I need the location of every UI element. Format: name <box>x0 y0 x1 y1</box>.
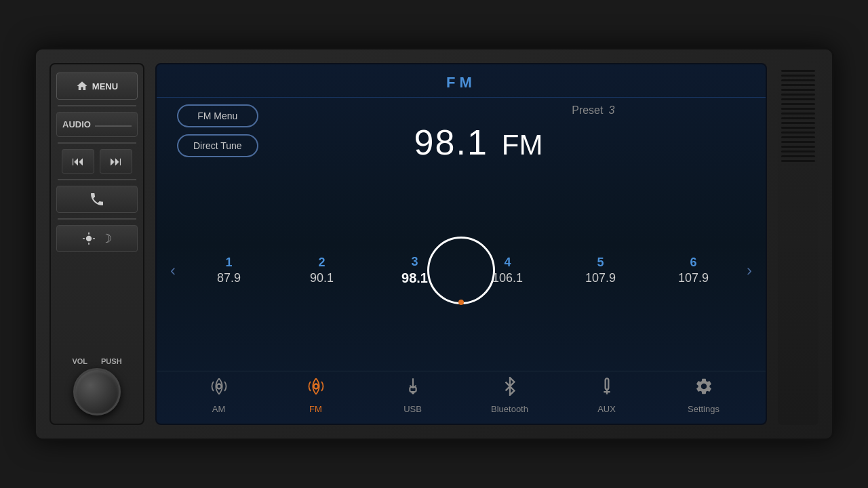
aux-icon <box>597 377 616 401</box>
vol-labels: VOL PUSH <box>72 357 121 365</box>
svg-point-2 <box>411 391 414 394</box>
preset-item-6[interactable]: 6 107.9 <box>667 256 721 285</box>
bottom-nav: AM FM <box>157 371 766 424</box>
separator-3 <box>58 179 136 180</box>
vol-label: VOL <box>72 357 87 365</box>
active-dot <box>458 300 464 305</box>
nav-aux[interactable]: AUX <box>580 377 634 414</box>
preset-item-1[interactable]: 1 87.9 <box>202 256 256 285</box>
display-header: FM <box>157 64 766 98</box>
fm-menu-button[interactable]: FM Menu <box>177 104 258 127</box>
menu-button[interactable]: MENU <box>56 73 138 100</box>
brightness-button[interactable]: ☽ <box>56 225 138 252</box>
usb-icon <box>403 377 422 401</box>
svg-rect-3 <box>605 378 608 389</box>
preset-next-arrow[interactable]: › <box>740 261 759 280</box>
next-button[interactable]: ⏭ <box>100 149 132 174</box>
display-buttons-col: FM Menu Direct Tune <box>177 104 258 163</box>
prev-button[interactable]: ⏮ <box>62 149 94 174</box>
buttons-and-freq-area: FM Menu Direct Tune Preset 3 98.1 FM <box>157 98 766 169</box>
am-icon <box>210 377 229 401</box>
preset-item-3[interactable]: 3 98.1 <box>388 255 442 286</box>
am-label: AM <box>212 404 226 414</box>
aux-label: AUX <box>597 404 616 414</box>
freq-row: 98.1 FM <box>279 122 745 163</box>
bluetooth-icon <box>500 377 519 401</box>
volume-section: VOL PUSH <box>72 357 121 415</box>
frequency-display: 98.1 <box>414 122 488 163</box>
phone-icon <box>89 191 105 207</box>
preset-strip: 1 87.9 2 90.1 3 98.1 4 106.1 5 107.9 <box>182 240 740 301</box>
nav-am[interactable]: AM <box>192 377 246 414</box>
preset-line: Preset 3 <box>279 104 745 117</box>
settings-label: Settings <box>688 404 719 414</box>
right-grille <box>778 63 818 425</box>
bluetooth-label: Bluetooth <box>491 404 528 414</box>
preset-label: Preset <box>572 104 603 117</box>
preset-strip-container: ‹ 1 87.9 2 90.1 3 98.1 <box>157 169 766 371</box>
nav-usb[interactable]: USB <box>386 377 440 414</box>
preset-item-5[interactable]: 5 107.9 <box>574 256 628 285</box>
separator-4 <box>58 218 136 220</box>
push-label: PUSH <box>101 357 122 365</box>
preset-item-2[interactable]: 2 90.1 <box>295 256 349 285</box>
separator-2 <box>58 142 136 144</box>
volume-knob[interactable] <box>73 368 121 415</box>
menu-label: MENU <box>92 81 118 92</box>
car-stereo-unit: MENU AUDIO ⏮ ⏭ ☽ VOL PUSH <box>34 47 834 441</box>
home-icon <box>76 80 88 92</box>
nav-fm[interactable]: FM <box>289 377 343 414</box>
fm-icon <box>307 377 326 401</box>
audio-button[interactable]: AUDIO <box>56 112 138 137</box>
media-controls: ⏮ ⏭ <box>56 149 138 174</box>
settings-icon <box>694 377 713 401</box>
main-display: FM FM Menu Direct Tune Preset 3 98.1 FM … <box>155 63 767 425</box>
separator-1 <box>58 105 136 106</box>
preset-item-4[interactable]: 4 106.1 <box>481 256 535 285</box>
svg-point-1 <box>313 384 318 389</box>
phone-button[interactable] <box>56 186 138 213</box>
left-controls-panel: MENU AUDIO ⏮ ⏭ ☽ VOL PUSH <box>50 63 144 425</box>
fm-label: FM <box>309 404 322 414</box>
freq-display-area: Preset 3 98.1 FM <box>279 104 745 163</box>
band-title: FM <box>446 74 476 91</box>
preset-prev-arrow[interactable]: ‹ <box>163 261 182 280</box>
svg-point-0 <box>216 384 221 389</box>
usb-label: USB <box>403 404 422 414</box>
band-display: FM <box>502 129 543 161</box>
nav-bluetooth[interactable]: Bluetooth <box>483 377 537 414</box>
nav-settings[interactable]: Settings <box>677 377 731 414</box>
audio-label: AUDIO <box>62 119 91 129</box>
brightness-icon <box>82 232 96 245</box>
preset-number: 3 <box>608 104 614 117</box>
direct-tune-button[interactable]: Direct Tune <box>177 134 258 157</box>
